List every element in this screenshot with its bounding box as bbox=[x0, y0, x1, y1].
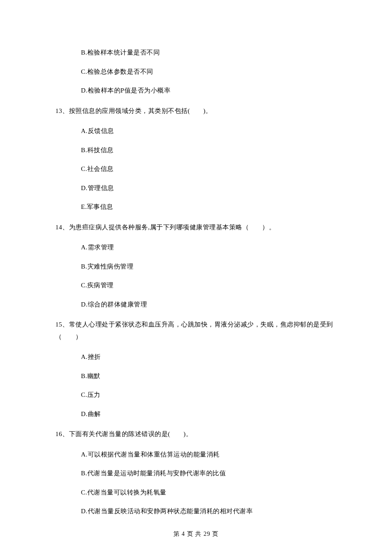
q14-text: 14、为患癌症病人提供各种服务,属于下列哪项健康管理基本策略（ ）。 bbox=[55, 221, 337, 234]
q14-option-a: A.需求管理 bbox=[81, 243, 337, 252]
q13-option-c: C.社会信息 bbox=[81, 164, 337, 174]
q15-option-c: C.压力 bbox=[81, 390, 337, 400]
page-footer: 第 4 页 共 29 页 bbox=[0, 530, 392, 538]
q13-option-e: E.军事信息 bbox=[81, 202, 337, 212]
q12-option-c: C.检验总体参数是否不同 bbox=[81, 67, 337, 77]
q16-text: 16、下面有关代谢当量的陈述错误的是( )。 bbox=[55, 428, 337, 440]
q15-text: 15、常使人心理处于紧张状态和血压升高，心跳加快，胃液分泌减少，失眠，焦虑抑郁的… bbox=[55, 318, 337, 343]
q12-option-d: D.检验样本的P值是否为小概率 bbox=[81, 86, 337, 95]
q14-option-c: C.疾病管理 bbox=[81, 280, 337, 290]
q16-option-a: A.可以根据代谢当量和体重估算运动的能量消耗 bbox=[81, 450, 337, 460]
q14-option-d: D.综合的群体健康管理 bbox=[81, 300, 337, 309]
page-content: B.检验样本统计量是否不同 C.检验总体参数是否不同 D.检验样本的P值是否为小… bbox=[0, 0, 392, 516]
q13-option-d: D.管理信息 bbox=[81, 183, 337, 193]
q16-option-c: C.代谢当量可以转换为耗氧量 bbox=[81, 488, 337, 497]
q15-option-a: A.挫折 bbox=[81, 352, 337, 362]
q12-option-b: B.检验样本统计量是否不同 bbox=[81, 48, 337, 58]
q14-option-b: B.灾难性病伤管理 bbox=[81, 262, 337, 272]
q15-option-b: B.幽默 bbox=[81, 371, 337, 381]
q13-option-b: B.科技信息 bbox=[81, 145, 337, 155]
q15-option-d: D.曲解 bbox=[81, 409, 337, 419]
q13-option-a: A.反馈信息 bbox=[81, 126, 337, 136]
q13-text: 13、按照信息的应用领域分类，其类别不包括( )。 bbox=[55, 105, 337, 117]
q16-option-d: D.代谢当量反映活动和安静两种状态能量消耗的相对代谢率 bbox=[81, 506, 337, 516]
q16-option-b: B.代谢当量是运动时能量消耗与安静代谢率的比值 bbox=[81, 468, 337, 478]
